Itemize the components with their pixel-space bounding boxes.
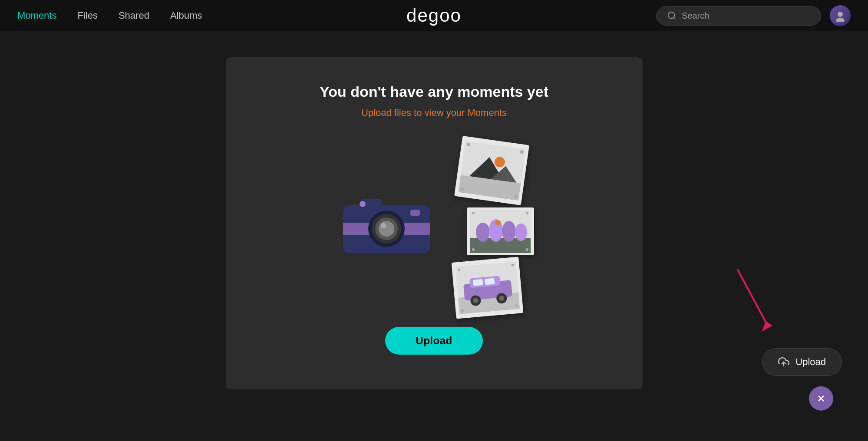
svg-line-1 — [673, 17, 675, 19]
svg-point-35 — [526, 248, 528, 251]
arrow-pointer — [712, 261, 781, 341]
svg-point-0 — [668, 12, 675, 19]
user-avatar[interactable] — [830, 5, 851, 26]
photo-mountains — [454, 136, 529, 205]
nav-right: Search — [656, 5, 851, 26]
moments-card: You don't have any moments yet Upload fi… — [226, 57, 643, 389]
close-fab-button[interactable] — [809, 386, 833, 411]
upload-button[interactable]: Upload — [385, 327, 482, 355]
nav-shared[interactable]: Shared — [119, 10, 149, 21]
nav-moments[interactable]: Moments — [17, 10, 56, 21]
svg-rect-42 — [484, 278, 494, 285]
nav-links: Moments Files Shared Albums — [17, 10, 202, 21]
svg-point-27 — [476, 223, 490, 242]
svg-point-32 — [472, 212, 475, 214]
photo-trees — [467, 207, 534, 255]
svg-point-13 — [360, 201, 366, 207]
nav-files[interactable]: Files — [77, 10, 97, 21]
search-icon — [667, 11, 677, 20]
svg-rect-41 — [472, 279, 482, 286]
svg-point-3 — [836, 18, 845, 22]
floating-upload-label: Upload — [795, 356, 826, 368]
svg-line-51 — [738, 270, 768, 326]
svg-marker-52 — [762, 321, 772, 332]
app-logo: degoo — [406, 5, 462, 26]
svg-point-10 — [379, 221, 394, 237]
svg-rect-12 — [410, 210, 420, 216]
navigation: Moments Files Shared Albums degoo Search — [0, 0, 868, 31]
search-placeholder: Search — [682, 11, 709, 21]
upload-icon — [778, 356, 789, 368]
floating-upload-button[interactable]: Upload — [762, 348, 842, 376]
photo-car — [451, 257, 523, 319]
moments-empty-title: You don't have any moments yet — [320, 83, 548, 100]
search-bar[interactable]: Search — [656, 6, 821, 26]
close-icon — [816, 393, 826, 404]
moments-illustration — [326, 140, 543, 305]
camera-illustration — [339, 188, 434, 257]
svg-point-34 — [472, 248, 475, 251]
svg-point-2 — [838, 12, 843, 17]
svg-point-31 — [495, 220, 501, 225]
svg-point-11 — [381, 223, 386, 228]
moments-empty-subtitle: Upload files to view your Moments — [361, 107, 507, 118]
svg-point-33 — [526, 212, 528, 214]
svg-point-30 — [515, 224, 527, 241]
main-content: You don't have any moments yet Upload fi… — [0, 31, 868, 441]
nav-albums[interactable]: Albums — [170, 10, 202, 21]
svg-point-29 — [502, 221, 516, 242]
